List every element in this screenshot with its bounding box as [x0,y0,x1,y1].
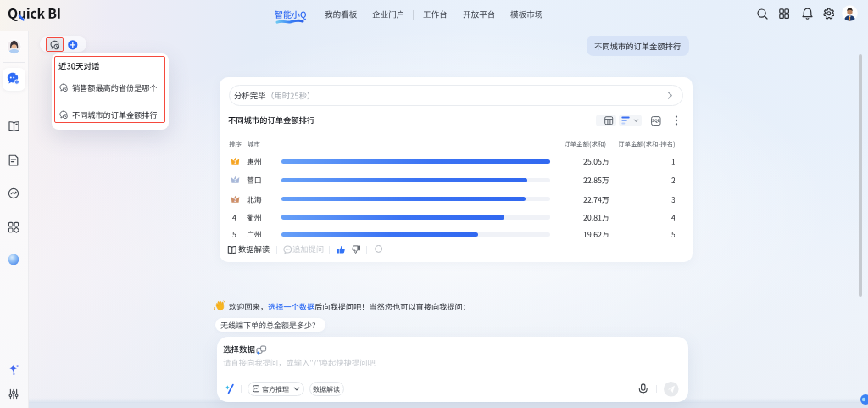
svg-text:2: 2 [234,179,236,183]
svg-text:1: 1 [234,160,236,165]
svg-text:3: 3 [234,198,236,203]
